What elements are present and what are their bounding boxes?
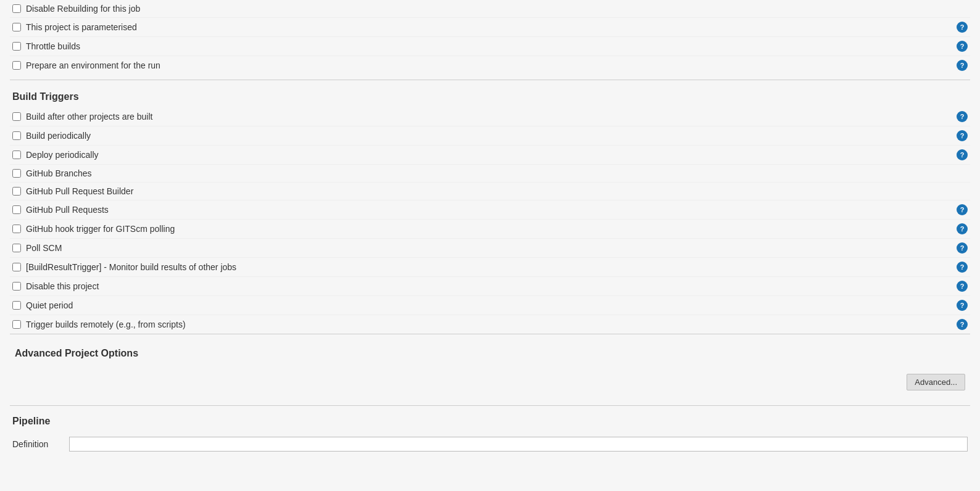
label-github-pull-request-builder: GitHub Pull Request Builder [26, 186, 133, 196]
checkbox-row-prepare-environment: Prepare an environment for the run ? [10, 56, 970, 75]
checkbox-row-throttle-builds: Throttle builds ? [10, 37, 970, 56]
checkbox-quiet-period[interactable] [12, 301, 21, 310]
label-disable-this-project: Disable this project [26, 281, 99, 291]
pipeline-section: Pipeline Definition [10, 405, 970, 459]
checkbox-github-pull-request-builder[interactable] [12, 187, 21, 196]
help-icon-build-result-trigger[interactable]: ? [957, 262, 968, 273]
build-triggers-section: Build Triggers Build after other project… [10, 80, 970, 334]
label-quiet-period: Quiet period [26, 300, 73, 310]
help-icon-deploy-periodically[interactable]: ? [957, 149, 968, 160]
advanced-btn-row: Advanced... [12, 364, 968, 400]
help-icon-throttle-builds[interactable]: ? [957, 41, 968, 52]
label-parameterised: This project is parameterised [26, 22, 137, 32]
label-prepare-environment: Prepare an environment for the run [26, 60, 160, 70]
checkbox-parameterised[interactable] [12, 23, 21, 31]
definition-label: Definition [12, 439, 62, 449]
top-checkbox-section: Disable Rebuilding for this job This pro… [10, 0, 970, 77]
checkbox-row-parameterised: This project is parameterised ? [10, 18, 970, 37]
label-build-after-other: Build after other projects are built [26, 112, 152, 122]
checkbox-row-poll-scm: Poll SCM ? [10, 239, 970, 258]
checkbox-row-build-periodically: Build periodically ? [10, 126, 970, 146]
label-disable-rebuilding: Disable Rebuilding for this job [26, 4, 140, 14]
checkbox-throttle-builds[interactable] [12, 42, 21, 51]
advanced-project-options-section: Advanced Project Options Advanced... [10, 334, 970, 405]
label-trigger-builds-remotely: Trigger builds remotely (e.g., from scri… [26, 320, 186, 329]
help-icon-prepare-environment[interactable]: ? [957, 60, 968, 71]
checkbox-row-github-pull-request-builder: GitHub Pull Request Builder [10, 183, 970, 200]
definition-row: Definition [12, 434, 968, 454]
main-content: Disable Rebuilding for this job This pro… [0, 0, 980, 459]
advanced-project-options-header: Advanced Project Options [12, 339, 968, 364]
checkbox-build-result-trigger[interactable] [12, 263, 21, 271]
checkbox-disable-this-project[interactable] [12, 282, 21, 291]
checkbox-row-deploy-periodically: Deploy periodically ? [10, 146, 970, 165]
help-icon-disable-this-project[interactable]: ? [957, 281, 968, 292]
label-throttle-builds: Throttle builds [26, 41, 80, 51]
checkbox-poll-scm[interactable] [12, 244, 21, 252]
pipeline-header: Pipeline [12, 411, 968, 434]
label-build-result-trigger: [BuildResultTrigger] - Monitor build res… [26, 262, 236, 272]
build-triggers-header: Build Triggers [10, 83, 970, 107]
label-github-pull-requests: GitHub Pull Requests [26, 205, 109, 215]
checkbox-row-github-branches: GitHub Branches [10, 165, 970, 183]
checkbox-row-build-result-trigger: [BuildResultTrigger] - Monitor build res… [10, 258, 970, 277]
label-build-periodically: Build periodically [26, 131, 91, 141]
label-deploy-periodically: Deploy periodically [26, 150, 99, 160]
help-icon-github-pull-requests[interactable]: ? [957, 204, 968, 215]
checkbox-row-trigger-builds-remotely: Trigger builds remotely (e.g., from scri… [10, 315, 970, 334]
checkbox-github-pull-requests[interactable] [12, 205, 21, 214]
label-github-hook-trigger: GitHub hook trigger for GITScm polling [26, 224, 175, 234]
help-icon-trigger-builds-remotely[interactable]: ? [957, 319, 968, 330]
checkbox-row-github-hook-trigger: GitHub hook trigger for GITScm polling ? [10, 220, 970, 239]
checkbox-build-periodically[interactable] [12, 131, 21, 140]
help-icon-build-periodically[interactable]: ? [957, 130, 968, 141]
help-icon-poll-scm[interactable]: ? [957, 242, 968, 254]
checkbox-row-disable-rebuilding: Disable Rebuilding for this job [10, 0, 970, 18]
definition-input[interactable] [69, 437, 968, 452]
checkbox-github-branches[interactable] [12, 169, 21, 178]
checkbox-deploy-periodically[interactable] [12, 151, 21, 159]
help-icon-quiet-period[interactable]: ? [957, 300, 968, 311]
help-icon-github-hook-trigger[interactable]: ? [957, 223, 968, 234]
checkbox-build-after-other[interactable] [12, 112, 21, 121]
checkbox-row-quiet-period: Quiet period ? [10, 296, 970, 315]
checkbox-row-disable-this-project: Disable this project ? [10, 277, 970, 296]
help-icon-parameterised[interactable]: ? [957, 22, 968, 33]
checkbox-row-build-after-other: Build after other projects are built ? [10, 107, 970, 126]
checkbox-github-hook-trigger[interactable] [12, 225, 21, 233]
label-github-branches: GitHub Branches [26, 168, 92, 178]
checkbox-trigger-builds-remotely[interactable] [12, 320, 21, 329]
checkbox-prepare-environment[interactable] [12, 61, 21, 70]
help-icon-build-after-other[interactable]: ? [957, 111, 968, 122]
checkbox-disable-rebuilding[interactable] [12, 4, 21, 13]
checkbox-row-github-pull-requests: GitHub Pull Requests ? [10, 200, 970, 220]
advanced-button[interactable]: Advanced... [907, 374, 965, 390]
label-poll-scm: Poll SCM [26, 243, 62, 253]
